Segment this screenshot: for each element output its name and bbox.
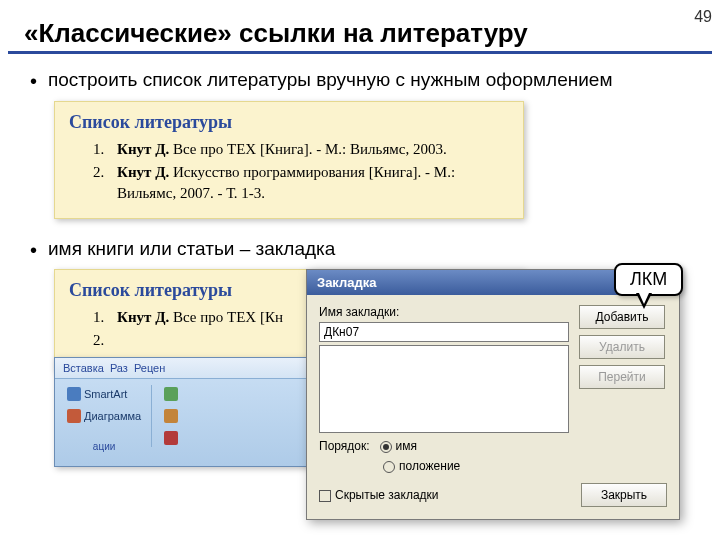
bibliography-box-1: Список литературы 1. Кнут Д. Все про TEX… <box>54 101 524 219</box>
page-number: 49 <box>694 8 712 26</box>
goto-button[interactable]: Перейти <box>579 365 665 389</box>
biblio-num: 2. <box>93 162 104 183</box>
bookmark-name-input[interactable] <box>319 322 569 342</box>
biblio-item: 1. Кнут Д. Все про TEX [Книга]. - М.: Ви… <box>93 139 509 160</box>
biblio-num: 2. <box>93 330 104 351</box>
biblio-heading: Список литературы <box>69 112 509 133</box>
radio-icon <box>383 461 395 473</box>
checkbox-icon <box>319 490 331 502</box>
biblio-num: 1. <box>93 139 104 160</box>
slide-title: «Классические» ссылки на литературу <box>24 18 720 49</box>
radio-label: положение <box>399 459 460 473</box>
ribbon-tabs: Вставка Раз Рецен <box>55 358 313 379</box>
biblio-num: 1. <box>93 307 104 328</box>
ribbon-group-label: ации <box>63 429 145 452</box>
generic-icon <box>164 431 178 445</box>
radio-by-position[interactable]: положение <box>383 459 460 473</box>
callout-lkm: ЛКМ <box>614 263 683 296</box>
bookmark-name-label: Имя закладки: <box>319 305 569 319</box>
order-row: Порядок: имя <box>319 439 569 453</box>
biblio-author: Кнут Д. <box>117 309 169 325</box>
lower-region: Список литературы 1. Кнут Д. Все про TEX… <box>0 269 720 519</box>
ribbon-tab[interactable]: Раз <box>110 362 128 374</box>
ribbon-label: Диаграмма <box>84 410 141 422</box>
radio-icon <box>380 441 392 453</box>
order-row-2: положение <box>319 459 569 473</box>
biblio-rest: Все про TEX [Книга]. - М.: Вильямс, 2003… <box>169 141 446 157</box>
close-button[interactable]: Закрыть <box>581 483 667 507</box>
radio-by-name[interactable]: имя <box>380 439 417 453</box>
biblio-author: Кнут Д. <box>117 141 169 157</box>
bookmark-dialog: Закладка Имя закладки: Порядок: имя поло… <box>306 269 680 520</box>
title-underline <box>8 51 712 54</box>
check-label: Скрытые закладки <box>335 488 439 502</box>
ribbon-fragment: Вставка Раз Рецен SmartArt Диаграмма аци… <box>54 357 314 467</box>
hidden-bookmarks-check[interactable]: Скрытые закладки <box>319 488 439 502</box>
callout-tail <box>636 293 652 309</box>
order-label: Порядок: <box>319 439 370 453</box>
ribbon-label: SmartArt <box>84 388 127 400</box>
diagram-icon <box>67 409 81 423</box>
biblio-item: 2. Кнут Д. Искусство программирования [К… <box>93 162 509 204</box>
add-button[interactable]: Добавить <box>579 305 665 329</box>
smartart-icon <box>67 387 81 401</box>
bullet-2: имя книги или статьи – закладка <box>30 237 696 262</box>
generic-icon <box>164 409 178 423</box>
ribbon-tab[interactable]: Вставка <box>63 362 104 374</box>
ribbon-smartart-button[interactable]: SmartArt <box>63 385 145 403</box>
bookmark-list[interactable] <box>319 345 569 433</box>
ribbon-button[interactable] <box>160 429 182 447</box>
ribbon-diagram-button[interactable]: Диаграмма <box>63 407 145 425</box>
bullet-1: построить список литературы вручную с ну… <box>30 68 696 93</box>
biblio-author: Кнут Д. <box>117 164 169 180</box>
delete-button[interactable]: Удалить <box>579 335 665 359</box>
ribbon-button[interactable] <box>160 385 182 403</box>
biblio-rest: Все про TEX [Кн <box>169 309 283 325</box>
ribbon-button[interactable] <box>160 407 182 425</box>
ribbon-tab[interactable]: Рецен <box>134 362 165 374</box>
radio-label: имя <box>396 439 417 453</box>
generic-icon <box>164 387 178 401</box>
